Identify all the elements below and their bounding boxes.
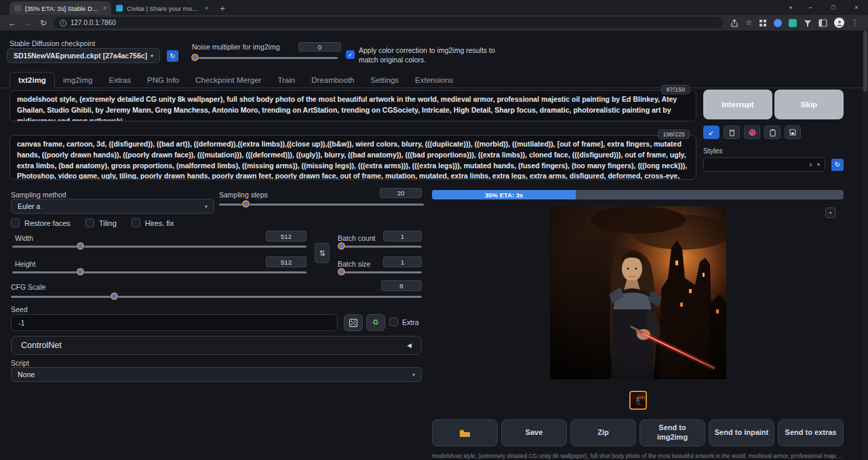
scrollbar-thumb[interactable] <box>863 31 867 92</box>
send-to-extras-button[interactable]: Send to extras <box>778 419 844 446</box>
tab-png-info[interactable]: PNG Info <box>139 72 187 88</box>
send-to-inpaint-button[interactable]: Send to inpaint <box>709 419 774 446</box>
hires-fix-label: Hires. fix <box>145 219 174 227</box>
zip-button[interactable]: Zip <box>570 419 636 446</box>
browser-profile-avatar[interactable] <box>834 18 844 28</box>
sampling-steps-slider[interactable] <box>219 200 424 208</box>
cfg-scale-slider[interactable] <box>11 292 422 301</box>
noise-multiplier-value[interactable]: 0 <box>298 42 341 52</box>
slider-thumb[interactable] <box>77 268 84 275</box>
slider-thumb[interactable] <box>77 242 84 250</box>
tab-close-icon[interactable]: × <box>205 5 208 12</box>
styles-refresh-button[interactable]: ↻ <box>831 159 844 171</box>
back-icon[interactable]: ← <box>7 18 18 28</box>
browser-tab-title: [35% ETA: 3s] Stable Diffusion <box>25 5 99 12</box>
interrupt-button[interactable]: Interrupt <box>703 90 772 119</box>
window-maximize-button[interactable]: □ <box>822 0 845 15</box>
generated-image-preview[interactable] <box>550 206 726 379</box>
extra-seed-checkbox[interactable] <box>389 318 398 326</box>
site-info-icon[interactable]: i <box>60 20 66 26</box>
styles-select[interactable]: × ▾ <box>703 157 825 172</box>
url-text: 127.0.0.1:7860 <box>71 19 116 26</box>
tab-extras[interactable]: Extras <box>100 72 139 88</box>
skip-button[interactable]: Skip <box>774 90 844 119</box>
bookmark-star-icon[interactable]: ☆ <box>745 18 752 27</box>
new-tab-button[interactable]: + <box>216 1 229 15</box>
batch-size-slider[interactable] <box>338 268 422 276</box>
cfg-scale-label: CFG Scale <box>11 283 45 291</box>
page-scrollbar[interactable] <box>863 31 868 460</box>
save-button[interactable]: Save <box>501 419 567 446</box>
swap-width-height-button[interactable]: ⇅ <box>315 243 330 263</box>
tab-train[interactable]: Train <box>269 72 303 88</box>
slider-thumb[interactable] <box>242 200 250 208</box>
extension-sidebar-icon[interactable] <box>818 19 827 27</box>
trash-icon <box>729 129 735 136</box>
checkpoint-select[interactable]: SD15NewVAEpruned.ckpt [27a4ac756c] ▾ <box>7 48 160 63</box>
cfg-scale-value[interactable]: 8 <box>381 280 422 291</box>
tab-search-caret-icon[interactable]: ▾ <box>783 5 799 11</box>
reuse-seed-button[interactable]: ♻ <box>366 314 385 331</box>
restore-faces-checkbox[interactable]: Restore faces <box>11 218 71 227</box>
generate-panel: Interrupt Skip ↙ <box>703 90 844 172</box>
height-value[interactable]: 512 <box>266 256 307 267</box>
slider-thumb[interactable] <box>191 54 199 61</box>
reload-icon[interactable]: ↻ <box>38 18 49 28</box>
extension-grid-icon[interactable] <box>759 19 767 27</box>
prompt-textarea[interactable] <box>9 90 696 121</box>
dice-icon <box>349 319 357 327</box>
width-slider[interactable] <box>12 242 307 250</box>
batch-count-value[interactable]: 1 <box>383 231 422 242</box>
noise-multiplier-slider[interactable] <box>192 54 338 62</box>
window-close-button[interactable]: × <box>845 0 868 15</box>
color-correction-checkbox[interactable]: ✓ <box>346 50 355 59</box>
clear-styles-icon[interactable]: × <box>809 161 812 168</box>
open-folder-button[interactable] <box>432 419 498 446</box>
batch-size-value[interactable]: 1 <box>383 256 422 267</box>
slider-thumb[interactable] <box>338 268 345 275</box>
batch-count-slider[interactable] <box>338 242 422 250</box>
tab-extensions[interactable]: Extensions <box>407 72 461 88</box>
gallery-thumbnail[interactable] <box>629 391 647 410</box>
checkpoint-refresh-button[interactable]: ↻ <box>167 50 178 62</box>
address-bar[interactable]: i 127.0.0.1:7860 <box>54 17 723 28</box>
controlnet-accordion[interactable]: ControlNet ◀ <box>11 336 422 355</box>
tab-settings[interactable]: Settings <box>363 72 408 88</box>
browser-menu-kebab-icon[interactable]: ⋮ <box>851 18 859 27</box>
slider-thumb[interactable] <box>111 292 118 300</box>
tab-img2img[interactable]: img2img <box>55 72 100 88</box>
sampling-method-select[interactable]: Euler a ▾ <box>11 199 214 214</box>
window-minimize-button[interactable]: – <box>799 0 822 15</box>
slider-thumb[interactable] <box>338 242 345 250</box>
random-seed-button[interactable] <box>344 314 363 331</box>
extension-teal-icon[interactable] <box>789 19 797 27</box>
send-to-img2img-button[interactable]: Send to img2img <box>639 419 705 446</box>
extra-networks-button[interactable] <box>744 126 760 139</box>
save-style-button[interactable] <box>785 126 801 139</box>
sampling-steps-value[interactable]: 20 <box>380 188 422 198</box>
stable-diffusion-favicon <box>14 5 21 12</box>
width-value[interactable]: 512 <box>266 231 307 242</box>
tab-close-icon[interactable]: × <box>103 5 106 12</box>
tab-checkpoint-merger[interactable]: Checkpoint Merger <box>187 72 269 88</box>
forward-icon[interactable]: → <box>22 18 33 28</box>
browser-tab-civitai[interactable]: Civitai | Share your models × <box>111 1 213 15</box>
share-icon[interactable] <box>730 19 738 27</box>
sampling-steps-label: Sampling steps <box>219 191 268 199</box>
extension-filter-icon[interactable] <box>804 19 812 27</box>
negative-prompt-textarea[interactable] <box>9 135 696 180</box>
hires-fix-checkbox[interactable]: Hires. fix <box>132 218 174 227</box>
close-preview-button[interactable]: × <box>825 208 835 218</box>
check-icon: ✓ <box>348 52 353 58</box>
apply-styles-button[interactable] <box>764 126 781 139</box>
tab-txt2img[interactable]: txt2img <box>9 72 55 88</box>
paste-generation-params-button[interactable]: ↙ <box>703 126 719 139</box>
extension-blue-icon[interactable] <box>774 19 782 27</box>
tiling-checkbox[interactable]: Tiling <box>85 218 117 227</box>
browser-tab-stable-diffusion[interactable]: [35% ETA: 3s] Stable Diffusion × <box>9 1 111 15</box>
seed-input[interactable] <box>11 314 338 331</box>
clear-prompt-button[interactable] <box>724 126 740 139</box>
height-slider[interactable] <box>12 268 307 276</box>
script-select[interactable]: None ▾ <box>11 367 422 382</box>
tab-dreambooth[interactable]: Dreambooth <box>303 72 362 88</box>
